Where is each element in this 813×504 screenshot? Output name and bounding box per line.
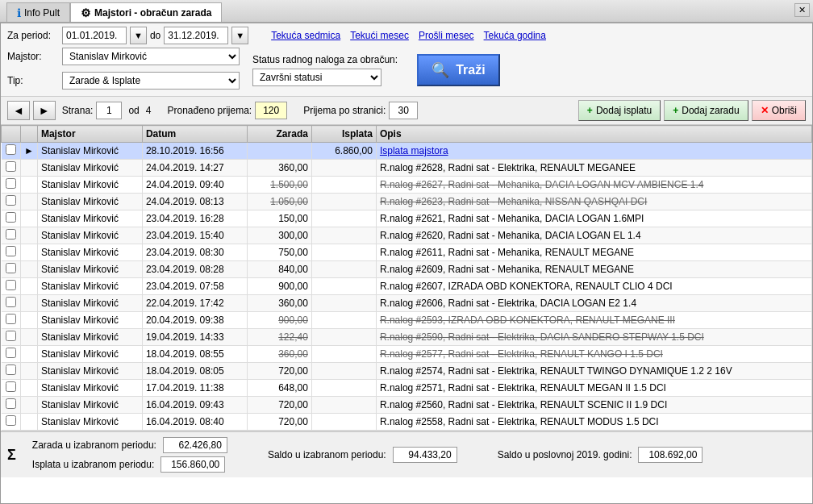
link-tekuca-godina[interactable]: Tekuća godina <box>484 30 546 41</box>
row-isplata <box>311 346 376 363</box>
row-checkbox[interactable] <box>6 263 16 273</box>
row-zarada: 750,00 <box>247 244 311 261</box>
tab-majstori[interactable]: ⚙ Majstori - obračun zarada <box>70 2 222 22</box>
row-arrow <box>21 227 38 244</box>
table-row[interactable]: Stanislav Mirković24.04.2019. 08:131.050… <box>2 194 812 210</box>
table-row[interactable]: Stanislav Mirković24.04.2019. 09:401.500… <box>2 177 812 194</box>
row-arrow <box>21 210 38 227</box>
isplata-footer-value: 156.860,00 <box>161 456 225 473</box>
row-arrow <box>21 244 38 261</box>
tab-info-pult[interactable]: ℹ Info Pult <box>6 2 70 22</box>
table-row[interactable]: Stanislav Mirković18.04.2019. 08:05720,0… <box>2 363 812 380</box>
row-datum: 18.04.2019. 08:05 <box>142 363 247 380</box>
strana-input[interactable] <box>96 102 122 119</box>
tab-info-pult-label: Info Pult <box>24 7 60 19</box>
od-label: od <box>128 105 139 116</box>
isplata-row: Isplata u izabranom periodu: 156.860,00 <box>32 456 227 473</box>
table-row[interactable]: Stanislav Mirković19.04.2019. 14:33122,4… <box>2 329 812 346</box>
delete-label: Obriši <box>772 105 797 116</box>
date-from-dropdown[interactable]: ▼ <box>130 27 147 44</box>
tip-label: Tip: <box>7 75 56 86</box>
row-arrow <box>21 329 38 346</box>
prijema-input[interactable] <box>389 102 418 119</box>
row-majstor: Stanislav Mirković <box>37 397 142 414</box>
row-checkbox[interactable] <box>6 364 16 375</box>
row-checkbox[interactable] <box>6 280 16 290</box>
row-majstor: Stanislav Mirković <box>37 346 142 363</box>
row-checkbox[interactable] <box>6 297 16 307</box>
row-zarada: 122,40 <box>247 329 311 346</box>
table-row[interactable]: Stanislav Mirković23.04.2019. 15:40300,0… <box>2 227 812 244</box>
period-links: Tekuća sedmica Tekući mesec Prošli mesec… <box>271 30 546 41</box>
row-isplata <box>311 227 376 244</box>
search-button[interactable]: 🔍 Traži <box>417 54 499 86</box>
add-isplata-button[interactable]: + Dodaj isplatu <box>578 100 661 121</box>
row-datum: 17.04.2019. 11:38 <box>142 380 247 397</box>
row-checkbox[interactable] <box>6 348 16 358</box>
row-checkbox[interactable] <box>6 161 16 172</box>
row-datum: 28.10.2019. 16:56 <box>142 143 247 160</box>
tip-select[interactable]: Zarade & Isplate <box>62 72 240 90</box>
row-datum: 23.04.2019. 07:58 <box>142 278 247 295</box>
table-row[interactable]: Stanislav Mirković16.04.2019. 09:43720,0… <box>2 397 812 414</box>
plus-icon-zarada: + <box>673 105 678 116</box>
row-checkbox[interactable] <box>6 212 16 223</box>
row-checkbox[interactable] <box>6 246 16 256</box>
table-row[interactable]: Stanislav Mirković23.04.2019. 08:28840,0… <box>2 261 812 278</box>
date-to-input[interactable] <box>164 27 228 44</box>
window-controls: ✕ <box>794 3 810 17</box>
row-arrow <box>21 312 38 329</box>
table-row[interactable]: ►Stanislav Mirković28.10.2019. 16:566.86… <box>2 143 812 160</box>
row-checkbox[interactable] <box>6 331 16 341</box>
row-arrow <box>21 278 38 295</box>
table-row[interactable]: Stanislav Mirković22.04.2019. 17:42360,0… <box>2 295 812 312</box>
search-label: Traži <box>456 63 485 77</box>
info-pult-icon: ℹ <box>17 6 21 19</box>
row-majstor: Stanislav Mirković <box>37 160 142 177</box>
link-prosli-mesec[interactable]: Prošli mesec <box>419 30 474 41</box>
row-majstor: Stanislav Mirković <box>37 194 142 210</box>
next-button[interactable]: ► <box>33 101 56 120</box>
table-row[interactable]: Stanislav Mirković18.04.2019. 08:55360,0… <box>2 346 812 363</box>
date-from-input[interactable] <box>62 27 127 44</box>
row-checkbox[interactable] <box>6 195 16 206</box>
row-checkbox[interactable] <box>6 398 16 409</box>
table-row[interactable]: Stanislav Mirković24.04.2019. 14:27360,0… <box>2 160 812 177</box>
row-checkbox[interactable] <box>6 415 16 426</box>
row-arrow <box>21 295 38 312</box>
table-row[interactable]: Stanislav Mirković16.04.2019. 08:40720,0… <box>2 414 812 431</box>
row-opis: R.nalog #2609, Radni sat - Mehanika, REN… <box>376 261 811 278</box>
prev-button[interactable]: ◄ <box>7 101 30 120</box>
saldo-god-row: Saldo u poslovnoj 2019. godini: 108.692,… <box>498 447 703 463</box>
row-majstor: Stanislav Mirković <box>37 244 142 261</box>
row-datum: 20.04.2019. 09:38 <box>142 312 247 329</box>
date-to-dropdown[interactable]: ▼ <box>231 27 248 44</box>
row-arrow <box>21 160 38 177</box>
row-zarada: 1.500,00 <box>247 177 311 194</box>
row-checkbox[interactable] <box>6 178 16 189</box>
th-checkbox <box>2 126 21 143</box>
row-checkbox[interactable] <box>6 144 16 155</box>
zarada-row: Zarada u izabranom periodu: 62.426,80 <box>32 437 227 453</box>
row-opis: R.nalog #2628, Radni sat - Elektrika, RE… <box>376 160 811 177</box>
link-tekuci-mesec[interactable]: Tekući mesec <box>350 30 409 41</box>
table-row[interactable]: Stanislav Mirković23.04.2019. 07:58900,0… <box>2 278 812 295</box>
pronadjeno-input[interactable] <box>255 102 287 119</box>
row-checkbox[interactable] <box>6 314 16 324</box>
majstor-select[interactable]: Stanislav Mirković <box>62 48 240 65</box>
row-checkbox[interactable] <box>6 229 16 240</box>
majstori-icon: ⚙ <box>81 6 91 19</box>
link-tekuca-sedmica[interactable]: Tekuća sedmica <box>271 30 340 41</box>
row-zarada: 648,00 <box>247 380 311 397</box>
close-button[interactable]: ✕ <box>794 3 810 17</box>
status-select[interactable]: Završni statusi <box>252 69 381 86</box>
delete-button[interactable]: ✕ Obriši <box>752 100 806 121</box>
search-icon: 🔍 <box>432 61 449 79</box>
row-checkbox[interactable] <box>6 381 16 392</box>
table-row[interactable]: Stanislav Mirković23.04.2019. 16:28150,0… <box>2 210 812 227</box>
table-row[interactable]: Stanislav Mirković20.04.2019. 09:38900,0… <box>2 312 812 329</box>
table-row[interactable]: Stanislav Mirković17.04.2019. 11:38648,0… <box>2 380 812 397</box>
add-zarada-button[interactable]: + Dodaj zaradu <box>664 100 748 121</box>
row-opis: R.nalog #2558, Radni sat - Elektrika, RE… <box>376 414 811 431</box>
table-row[interactable]: Stanislav Mirković23.04.2019. 08:30750,0… <box>2 244 812 261</box>
